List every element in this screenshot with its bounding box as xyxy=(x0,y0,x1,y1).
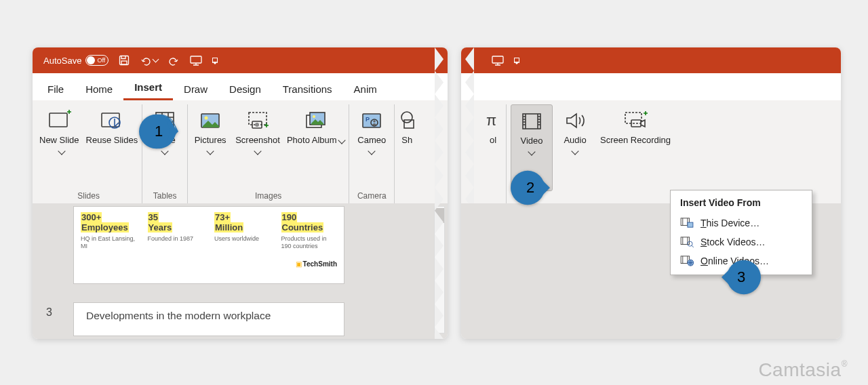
group-label-images: Images xyxy=(255,191,281,203)
group-images: Pictures Screenshot Photo Album Images xyxy=(188,104,349,203)
photo-album-icon xyxy=(302,108,330,133)
stat-countries: 190Countries Products used in 190 countr… xyxy=(281,212,338,251)
svg-point-19 xyxy=(401,112,412,123)
thumbnail-scrollbar[interactable] xyxy=(434,206,445,333)
title-bar: AutoSave Off xyxy=(33,47,448,73)
symbol-button-cut[interactable]: π ol xyxy=(481,104,505,191)
callout-1: 1 xyxy=(139,112,178,151)
tab-file[interactable]: File xyxy=(39,77,75,100)
svg-point-11 xyxy=(255,123,259,127)
slide-thumbnail-2[interactable]: 300+Employees HQ in East Lansing, MI 35Y… xyxy=(73,206,344,284)
callout-3: 3 xyxy=(722,258,761,297)
svg-point-14 xyxy=(313,115,315,118)
svg-rect-1 xyxy=(121,61,127,64)
ribbon-tabs: File Home Insert Draw Design Transitions… xyxy=(33,73,448,100)
cameo-icon: P xyxy=(358,108,385,133)
shapes-icon xyxy=(399,108,415,133)
present-button[interactable] xyxy=(189,54,203,66)
camtasia-watermark: Camtasia® xyxy=(758,359,848,381)
group-label-tables: Tables xyxy=(153,191,177,203)
pictures-icon xyxy=(197,108,224,133)
ribbon: New Slide. Reuse Slides Slides Table xyxy=(33,100,448,203)
svg-point-18 xyxy=(373,120,376,123)
present-button-right[interactable] xyxy=(491,54,505,66)
svg-rect-3 xyxy=(50,113,67,127)
ribbon-tabs-right xyxy=(461,73,841,100)
redo-button[interactable] xyxy=(167,54,180,66)
stat-employees: 300+Employees HQ in East Lansing, MI xyxy=(81,212,137,251)
pictures-button[interactable]: Pictures xyxy=(189,104,231,191)
tab-transitions[interactable]: Transitions xyxy=(272,77,343,100)
autosave-label: AutoSave xyxy=(43,56,81,66)
reuse-slides-icon xyxy=(98,108,125,133)
stat-million: 73+Million Users worldwide xyxy=(214,212,271,251)
video-menu-title: Insert Video From xyxy=(671,196,812,214)
tab-insert[interactable]: Insert xyxy=(123,75,173,100)
tab-animations-cut[interactable]: Anim xyxy=(343,77,388,100)
group-slides: New Slide. Reuse Slides Slides xyxy=(35,104,142,203)
svg-rect-24 xyxy=(625,113,642,123)
reuse-slides-button[interactable]: Reuse Slides xyxy=(83,104,141,191)
cameo-button[interactable]: P Cameo xyxy=(351,104,393,191)
svg-text:P: P xyxy=(366,116,370,123)
audio-button[interactable]: Audio xyxy=(554,104,596,191)
scrollbar-thumb[interactable] xyxy=(435,208,444,223)
svg-rect-20 xyxy=(404,120,414,128)
group-camera: P Cameo Camera xyxy=(349,104,395,203)
callout-2: 2 xyxy=(511,168,550,207)
menu-item-stock-videos[interactable]: Stock Videos… xyxy=(671,232,812,251)
screen-recording-icon xyxy=(622,108,649,133)
title-bar-right xyxy=(461,47,841,73)
slide-thumbnail-3[interactable]: Developments in the modern workplace xyxy=(73,302,344,336)
tab-draw[interactable]: Draw xyxy=(173,77,218,100)
new-slide-button[interactable]: New Slide. xyxy=(37,104,82,191)
svg-point-29 xyxy=(688,241,692,246)
save-button[interactable] xyxy=(118,54,130,66)
tab-design[interactable]: Design xyxy=(218,77,272,100)
svg-text:π: π xyxy=(486,112,496,129)
film-device-icon xyxy=(680,218,694,228)
menu-item-this-device[interactable]: This Device… xyxy=(671,214,812,232)
svg-rect-2 xyxy=(191,56,201,63)
undo-button[interactable] xyxy=(140,54,158,66)
slide-3-title: Developments in the modern workplace xyxy=(86,310,332,322)
group-shapes-cut: Sh xyxy=(395,104,419,203)
svg-point-8 xyxy=(205,117,208,120)
svg-rect-21 xyxy=(492,56,503,63)
film-search-icon xyxy=(680,237,694,247)
slide-thumbnail-pane: 300+Employees HQ in East Lansing, MI 35Y… xyxy=(33,203,448,339)
toggle-switch[interactable]: Off xyxy=(85,55,108,66)
svg-rect-27 xyxy=(688,222,693,227)
screenshot-button[interactable]: Screenshot xyxy=(233,104,283,191)
tab-home[interactable]: Home xyxy=(75,77,123,100)
autosave-toggle[interactable]: AutoSave Off xyxy=(43,55,108,66)
shapes-button-cut[interactable]: Sh xyxy=(396,104,418,191)
video-icon xyxy=(518,109,545,134)
svg-rect-28 xyxy=(681,237,689,245)
slide-number-3: 3 xyxy=(46,306,52,319)
customize-qat-button[interactable] xyxy=(212,58,218,63)
group-label-camera: Camera xyxy=(357,191,387,203)
powerpoint-window-left: AutoSave Off File Home Insert Draw Desig… xyxy=(33,47,448,339)
photo-album-button[interactable]: Photo Album xyxy=(284,104,347,191)
stat-years: 35Years Founded in 1987 xyxy=(148,212,204,251)
group-label-slides: Slides xyxy=(77,191,100,203)
audio-icon xyxy=(561,108,589,133)
screenshot-icon xyxy=(244,108,271,133)
customize-qat-button-right[interactable] xyxy=(514,58,519,63)
slide-brand: TechSmith xyxy=(81,260,337,268)
group-symbols-cut: π ol xyxy=(480,104,506,203)
new-slide-icon xyxy=(45,108,73,133)
screen-recording-button[interactable]: Screen Recording xyxy=(597,104,673,191)
symbol-icon: π xyxy=(485,108,501,133)
film-globe-icon xyxy=(680,256,694,266)
